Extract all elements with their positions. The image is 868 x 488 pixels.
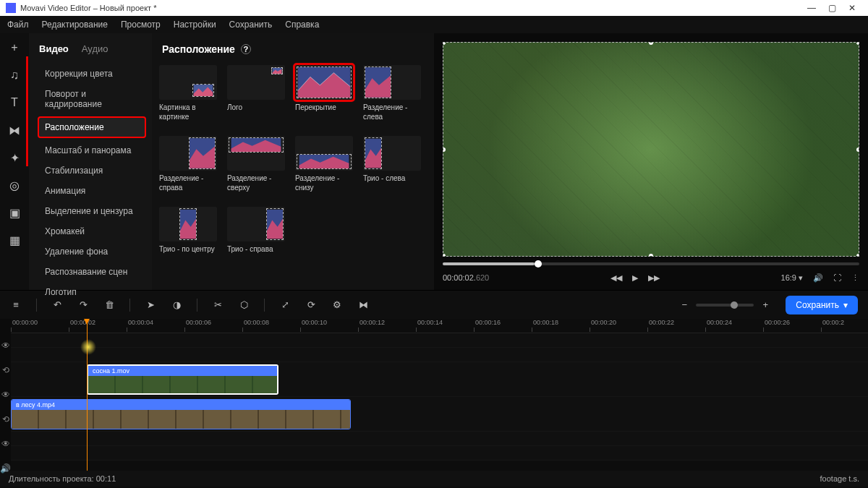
track-sound-icon[interactable]: 🔊 xyxy=(0,463,11,474)
tl-crop-icon[interactable]: ⤢ xyxy=(279,299,291,310)
layout-item-label: Разделение - снизу xyxy=(295,174,353,192)
category-item[interactable]: Поворот и кадрирование xyxy=(39,87,145,111)
category-item[interactable]: Стабилизация xyxy=(39,164,145,177)
lane-audio2[interactable] xyxy=(11,446,868,461)
play-button[interactable]: ▶ xyxy=(632,273,638,283)
layout-item-trio-left[interactable]: Трио - слева xyxy=(363,136,421,192)
layout-item-split-left[interactable]: Разделение - слева xyxy=(363,65,421,121)
layout-item-logo[interactable]: Лого xyxy=(227,65,285,121)
aspect-ratio-dropdown[interactable]: 16:9 ▾ xyxy=(781,273,803,283)
category-item[interactable]: Удаление фона xyxy=(39,245,145,258)
window-maximize-button[interactable]: ▢ xyxy=(822,3,842,13)
menu-edit[interactable]: Редактирование xyxy=(42,20,108,30)
watermark-text: footage t.s. xyxy=(820,474,859,483)
next-frame-button[interactable]: ▶▶ xyxy=(648,273,660,283)
tool-filter-icon[interactable]: ✦ xyxy=(7,150,22,165)
tl-mask-icon[interactable]: ◑ xyxy=(171,299,182,310)
tl-redo-icon[interactable]: ↷ xyxy=(77,299,89,310)
layout-item-label: Разделение - сверху xyxy=(227,174,285,192)
lane-link[interactable] xyxy=(11,348,868,362)
info-icon[interactable]: ? xyxy=(241,44,251,54)
track-visibility-icon[interactable]: 👁 xyxy=(1,439,10,449)
track-link-icon[interactable]: ⟲ xyxy=(2,365,9,375)
tab-video[interactable]: Видео xyxy=(39,43,69,54)
layout-item-split-bottom[interactable]: Разделение - снизу xyxy=(295,136,353,192)
category-item[interactable]: Хромакей xyxy=(39,225,145,238)
lane-video-main[interactable]: в лесу 4.mp4 xyxy=(11,397,868,432)
category-item-position[interactable]: Расположение xyxy=(38,116,146,138)
window-titlebar: Movavi Video Editor – Новый проект * — ▢… xyxy=(0,0,868,16)
fullscreen-icon[interactable]: ⛶ xyxy=(833,273,841,282)
category-item[interactable]: Распознавание сцен xyxy=(39,265,145,278)
zoom-slider[interactable] xyxy=(696,304,754,307)
tool-add-icon[interactable]: + xyxy=(7,40,22,55)
window-minimize-button[interactable]: — xyxy=(801,3,822,13)
zoom-out-button[interactable]: − xyxy=(678,299,690,310)
tool-text-icon[interactable]: T xyxy=(7,95,22,110)
track-link-icon[interactable]: ⟲ xyxy=(2,414,9,424)
tl-properties-icon[interactable]: ≡ xyxy=(10,299,22,310)
category-item[interactable]: Анимация xyxy=(39,184,145,197)
menu-file[interactable]: Файл xyxy=(7,20,29,30)
volume-icon[interactable]: 🔊 xyxy=(813,273,823,283)
menu-save[interactable]: Сохранить xyxy=(229,20,273,30)
timeline-lanes[interactable]: 00:00:00 00:00:02 00:00:04 00:00:06 00:0… xyxy=(11,319,868,471)
tool-more-icon[interactable]: ▦ xyxy=(7,233,22,247)
tl-transition-icon[interactable]: ⧓ xyxy=(357,299,369,310)
category-item[interactable]: Выделение и цензура xyxy=(39,205,145,218)
track-visibility-icon[interactable]: 👁 xyxy=(1,390,10,400)
track-visibility-icon[interactable]: 👁 xyxy=(1,341,10,351)
category-item[interactable]: Масштаб и панорама xyxy=(39,144,145,157)
layout-item-trio-center[interactable]: Трио - по центру xyxy=(159,207,217,263)
window-close-button[interactable]: ✕ xyxy=(842,3,862,13)
category-item[interactable]: Коррекция цвета xyxy=(39,67,145,80)
playhead[interactable] xyxy=(87,319,88,471)
preview-canvas[interactable] xyxy=(443,42,859,257)
layout-heading-text: Расположение xyxy=(162,43,235,55)
tl-cut-icon[interactable]: ✂ xyxy=(212,299,224,310)
prev-frame-button[interactable]: ◀◀ xyxy=(610,273,622,283)
tl-adjust-icon[interactable]: ⚙ xyxy=(331,299,343,310)
menu-settings[interactable]: Настройки xyxy=(174,20,216,30)
menu-help[interactable]: Справка xyxy=(285,20,319,30)
zoom-in-button[interactable]: + xyxy=(760,299,771,310)
project-duration: Длительность проекта: 00:11 xyxy=(9,474,116,483)
timecode: 00:00:02.620 xyxy=(443,273,489,282)
save-button[interactable]: Сохранить▾ xyxy=(786,296,858,314)
layout-item-pip[interactable]: Картинка в картинке xyxy=(159,65,217,121)
category-item[interactable]: Логотип xyxy=(39,286,145,299)
clip-pine[interactable]: сосна 1.mov xyxy=(87,364,278,395)
preview-more-icon[interactable]: ⋮ xyxy=(851,273,859,283)
timeline-ruler[interactable]: 00:00:00 00:00:02 00:00:04 00:00:06 00:0… xyxy=(11,319,868,333)
tool-record-icon[interactable]: ◎ xyxy=(7,178,22,192)
lane-audio1[interactable] xyxy=(11,432,868,446)
tl-delete-icon[interactable]: 🗑 xyxy=(103,299,115,310)
layout-heading: Расположение ? xyxy=(159,43,427,55)
layout-item-split-top[interactable]: Разделение - сверху xyxy=(227,136,285,192)
lane-video-overlay[interactable]: сосна 1.mov xyxy=(11,362,868,397)
layout-item-label: Трио - справа xyxy=(227,244,285,263)
ruler-tick: 00:00:00 xyxy=(11,319,69,333)
tl-shield-icon[interactable]: ⬡ xyxy=(238,299,250,310)
clip-label: сосна 1.mov xyxy=(88,366,277,376)
layout-grid: Картинка в картинке Лого Перекрытие Разд… xyxy=(159,65,427,263)
ruler-tick: 00:00:14 xyxy=(416,319,474,333)
layout-item-split-right[interactable]: Разделение - справа xyxy=(159,136,217,192)
menu-view[interactable]: Просмотр xyxy=(121,20,161,30)
tab-audio[interactable]: Аудио xyxy=(82,43,109,54)
timecode-ms: 620 xyxy=(476,273,489,282)
tool-transition-icon[interactable]: ⧓ xyxy=(7,123,22,137)
lane-overlay[interactable] xyxy=(11,333,868,348)
ruler-tick: 00:00:06 xyxy=(184,319,242,333)
tl-rotate-icon[interactable]: ⟳ xyxy=(305,299,317,310)
clip-label: в лесу 4.mp4 xyxy=(12,400,350,410)
ruler-tick: 00:00:26 xyxy=(763,319,821,333)
layout-item-trio-right[interactable]: Трио - справа xyxy=(227,207,285,263)
layout-item-overlay[interactable]: Перекрытие xyxy=(295,65,353,121)
preview-scrubber[interactable] xyxy=(443,257,859,265)
tool-sticker-icon[interactable]: ▣ xyxy=(7,205,22,220)
tl-undo-icon[interactable]: ↶ xyxy=(51,299,63,310)
clip-forest[interactable]: в лесу 4.mp4 xyxy=(11,399,351,429)
tl-select-icon[interactable]: ➤ xyxy=(145,299,156,310)
tool-music-icon[interactable]: ♫ xyxy=(7,68,22,82)
